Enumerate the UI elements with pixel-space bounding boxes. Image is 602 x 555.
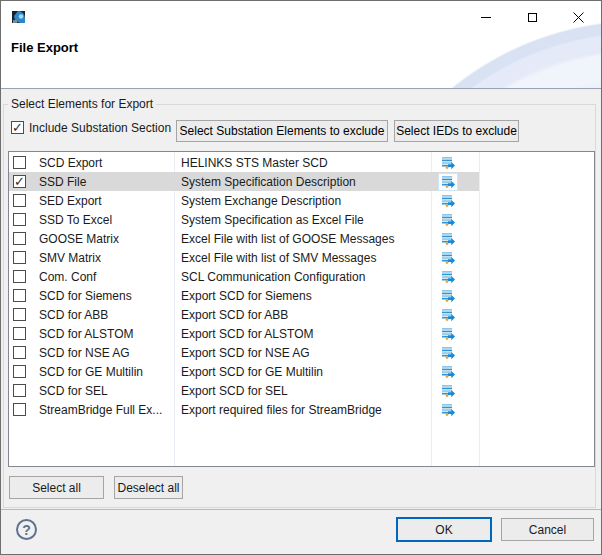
icon-cell [424,401,472,419]
export-file-icon [438,173,458,191]
row-checkbox[interactable] [13,346,26,359]
table-row[interactable]: SCD for ABB Export SCD for ABB [9,305,479,324]
export-file-icon [438,230,458,248]
export-options-table: SCD Export HELINKS STS Master SCD SSD Fi… [8,151,595,467]
table-row[interactable]: SCD Export HELINKS STS Master SCD [9,153,479,172]
export-file-icon [438,268,458,286]
row-checkbox[interactable] [13,156,26,169]
app-icon [11,9,27,25]
table-rows: SCD Export HELINKS STS Master SCD SSD Fi… [9,153,594,419]
export-type-name: SCD for NSE AG [39,346,174,360]
export-type-name: SCD for Siemens [39,289,174,303]
export-type-description: System Specification as Excel File [174,213,424,227]
table-row[interactable]: SCD for Siemens Export SCD for Siemens [9,286,479,305]
export-type-name: SCD for ALSTOM [39,327,174,341]
icon-cell [424,306,472,324]
export-type-description: Export SCD for ALSTOM [174,327,424,341]
export-type-name: SCD for SEL [39,384,174,398]
export-type-name: SCD Export [39,156,174,170]
include-substation-checkbox[interactable] [11,121,24,134]
export-type-name: SSD File [39,175,174,189]
icon-cell [424,325,472,343]
export-type-name: SCD for ABB [39,308,174,322]
table-row[interactable]: SCD for SEL Export SCD for SEL [9,381,479,400]
export-file-icon [438,344,458,362]
file-export-dialog: File Export Select Elements for Export I… [0,0,602,555]
export-type-name: SED Export [39,194,174,208]
export-file-icon [438,154,458,172]
table-row[interactable]: SCD for GE Multilin Export SCD for GE Mu… [9,362,479,381]
question-mark-icon: ? [22,522,31,538]
select-substation-elements-to-exclude-button[interactable]: Select Substation Elements to exclude [176,120,388,142]
export-type-description: System Specification Description [174,175,424,189]
export-file-icon [438,287,458,305]
table-row[interactable]: SSD To Excel System Specification as Exc… [9,210,479,229]
export-type-name: StreamBridge Full Ex... [39,403,174,417]
table-row[interactable]: SSD File System Specification Descriptio… [9,172,479,191]
table-row[interactable]: SCD for NSE AG Export SCD for NSE AG [9,343,479,362]
icon-cell [424,192,472,210]
icon-cell [424,382,472,400]
table-row[interactable]: Com. Conf SCL Communication Configuratio… [9,267,479,286]
export-type-description: HELINKS STS Master SCD [174,156,424,170]
export-file-icon [438,325,458,343]
window-controls [463,1,601,33]
maximize-button[interactable] [509,1,555,33]
row-checkbox[interactable] [13,213,26,226]
icon-cell [424,154,472,172]
row-checkbox[interactable] [13,289,26,302]
deselect-all-button[interactable]: Deselect all [114,476,183,499]
row-checkbox[interactable] [13,270,26,283]
row-checkbox[interactable] [13,251,26,264]
export-type-description: Export SCD for NSE AG [174,346,424,360]
export-type-description: Export SCD for Siemens [174,289,424,303]
table-row[interactable]: StreamBridge Full Ex... Export required … [9,400,479,419]
select-all-button[interactable]: Select all [9,476,104,499]
row-checkbox[interactable] [13,365,26,378]
select-ieds-to-exclude-button[interactable]: Select IEDs to exclude [394,120,519,142]
export-type-description: SCL Communication Configuration [174,270,424,284]
export-type-description: Excel File with list of GOOSE Messages [174,232,424,246]
table-row[interactable]: SCD for ALSTOM Export SCD for ALSTOM [9,324,479,343]
export-type-name: GOOSE Matrix [39,232,174,246]
export-type-name: Com. Conf [39,270,174,284]
minimize-icon [481,17,491,18]
export-type-description: System Exchange Description [174,194,424,208]
icon-cell [424,230,472,248]
row-checkbox[interactable] [13,403,26,416]
dialog-body: Select Elements for Export Include Subst… [1,90,601,510]
help-button[interactable]: ? [16,519,37,540]
row-checkbox[interactable] [13,194,26,207]
export-type-description: Export SCD for GE Multilin [174,365,424,379]
export-type-name: SCD for GE Multilin [39,365,174,379]
icon-cell [424,211,472,229]
minimize-button[interactable] [463,1,509,33]
row-checkbox[interactable] [13,232,26,245]
row-checkbox[interactable] [13,327,26,340]
export-type-description: Export required files for StreamBridge [174,403,424,417]
export-file-icon [438,306,458,324]
icon-cell [424,173,472,191]
table-row[interactable]: SMV Matrix Excel File with list of SMV M… [9,248,479,267]
icon-cell [424,268,472,286]
group-label: Select Elements for Export [8,97,156,111]
include-substation-label[interactable]: Include Substation Section [29,121,171,135]
icon-cell [424,363,472,381]
export-file-icon [438,363,458,381]
page-title: File Export [11,40,78,55]
table-row[interactable]: GOOSE Matrix Excel File with list of GOO… [9,229,479,248]
maximize-icon [528,13,537,22]
cancel-button[interactable]: Cancel [501,518,594,541]
export-file-icon [438,192,458,210]
row-checkbox[interactable] [13,384,26,397]
export-type-description: Export SCD for SEL [174,384,424,398]
ok-button[interactable]: OK [396,517,492,542]
close-button[interactable] [555,1,601,33]
icon-cell [424,249,472,267]
close-icon [573,12,584,23]
row-checkbox[interactable] [13,308,26,321]
row-checkbox[interactable] [13,175,26,188]
table-row[interactable]: SED Export System Exchange Description [9,191,479,210]
dialog-button-bar: ? OK Cancel [1,509,601,554]
export-type-name: SMV Matrix [39,251,174,265]
